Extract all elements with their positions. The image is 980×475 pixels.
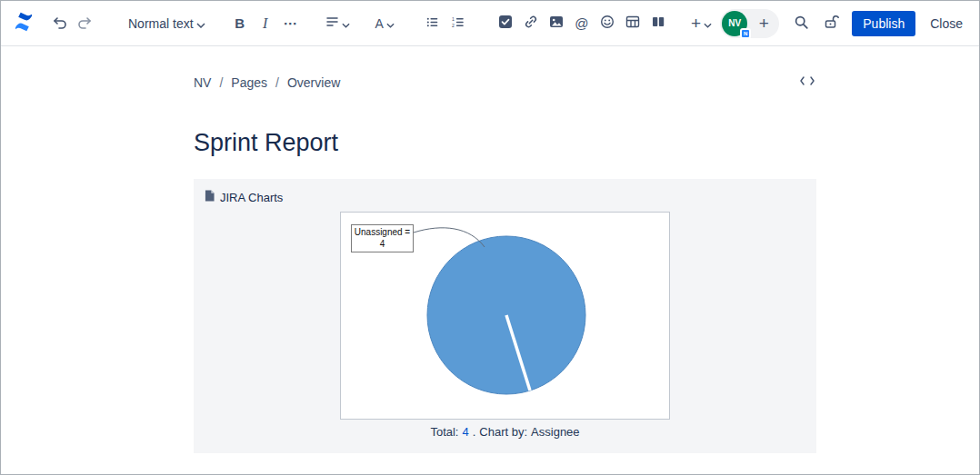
avatar-badge: N <box>740 28 751 39</box>
breadcrumb-item-pages[interactable]: Pages <box>231 75 267 90</box>
breadcrumb-row: NV / Pages / Overview <box>194 74 816 91</box>
image-icon <box>549 15 564 32</box>
svg-text:2: 2 <box>452 23 455 28</box>
svg-text:1: 1 <box>452 15 455 21</box>
mention-icon: @ <box>575 15 588 31</box>
unlock-button[interactable] <box>819 10 845 37</box>
link-button[interactable] <box>518 10 544 37</box>
search-icon <box>794 15 809 33</box>
search-button[interactable] <box>788 10 814 37</box>
add-people-button[interactable]: + <box>751 13 776 35</box>
task-checkbox-icon <box>498 15 513 32</box>
chevron-down-icon <box>704 16 712 31</box>
numbered-list-button[interactable]: 1 2 <box>445 10 471 37</box>
redo-icon <box>77 15 93 32</box>
caption-separator: . <box>473 425 476 439</box>
toolbar-left-group: Normal text B I ⋯ A <box>10 10 715 37</box>
confluence-editor-window: Normal text B I ⋯ A <box>0 0 980 475</box>
align-text-icon <box>325 15 339 31</box>
chart-by-label: Chart by: <box>479 425 527 439</box>
emoji-icon <box>600 15 615 32</box>
avatar-initials: NV <box>728 18 741 28</box>
text-style-dropdown[interactable]: Normal text <box>125 10 209 37</box>
chart-by-value: Assignee <box>531 425 579 439</box>
page-title[interactable]: Sprint Report <box>194 129 816 157</box>
more-formatting-button[interactable]: ⋯ <box>278 10 304 37</box>
plus-icon: + <box>691 15 701 32</box>
close-button[interactable]: Close <box>925 11 968 36</box>
document-icon <box>205 190 215 204</box>
text-style-label: Normal text <box>128 16 194 31</box>
mention-button[interactable]: @ <box>569 10 595 37</box>
undo-icon <box>52 15 67 32</box>
jira-charts-macro[interactable]: JIRA Charts Unassigned = 4 Total: 4 <box>194 179 816 453</box>
numbered-list-icon: 1 2 <box>451 15 465 32</box>
breadcrumb-separator: / <box>275 75 279 90</box>
unlock-icon <box>824 14 840 33</box>
layouts-button[interactable] <box>645 10 671 37</box>
table-icon <box>625 15 640 32</box>
chart-caption: Total: 4 . Chart by: Assignee <box>205 425 805 439</box>
confluence-logo-icon <box>14 12 34 35</box>
confluence-logo[interactable] <box>10 10 37 37</box>
expand-width-icon <box>800 75 815 89</box>
alignment-dropdown[interactable] <box>322 10 354 37</box>
italic-button[interactable]: I <box>253 10 278 37</box>
total-value: 4 <box>462 425 468 439</box>
macro-header: JIRA Charts <box>205 190 805 204</box>
page-column: NV / Pages / Overview Sprint Report <box>194 46 816 453</box>
breadcrumb: NV / Pages / Overview <box>194 75 340 90</box>
bold-button[interactable]: B <box>227 10 253 37</box>
total-label: Total: <box>430 425 458 439</box>
emoji-button[interactable] <box>595 10 620 37</box>
toolbar-right-group: NV N + <box>720 9 968 38</box>
undo-button[interactable] <box>46 10 72 37</box>
bullet-list-icon <box>425 15 439 32</box>
link-icon <box>524 15 538 32</box>
user-avatar[interactable]: NV N <box>722 11 747 36</box>
table-button[interactable] <box>620 10 645 37</box>
editor-toolbar: Normal text B I ⋯ A <box>1 1 979 46</box>
plus-icon: + <box>759 15 769 32</box>
text-color-dropdown[interactable]: A <box>372 10 398 37</box>
chart-panel: Unassigned = 4 <box>340 212 670 420</box>
collaborators-group: NV N + <box>720 9 779 38</box>
editor-content: NV / Pages / Overview Sprint Report <box>1 46 979 474</box>
macro-title: JIRA Charts <box>220 191 283 204</box>
chevron-down-icon <box>386 16 395 31</box>
layouts-icon <box>651 15 665 32</box>
chevron-down-icon <box>342 16 350 31</box>
pie-label-line2: 4 <box>353 239 412 251</box>
text-color-label: A <box>375 16 384 31</box>
bullet-list-button[interactable] <box>420 10 445 37</box>
insert-dropdown[interactable]: + <box>687 10 715 37</box>
expand-width-button[interactable] <box>798 74 816 91</box>
chevron-down-icon <box>196 16 205 31</box>
breadcrumb-item-nv[interactable]: NV <box>194 75 211 90</box>
breadcrumb-item-overview[interactable]: Overview <box>287 75 340 90</box>
task-list-button[interactable] <box>493 10 518 37</box>
media-button[interactable] <box>544 10 569 37</box>
redo-button[interactable] <box>72 10 97 37</box>
breadcrumb-separator: / <box>219 75 223 90</box>
pie-label-box: Unassigned = 4 <box>351 224 414 252</box>
publish-button[interactable]: Publish <box>852 11 915 36</box>
pie-label-line1: Unassigned = <box>353 227 412 239</box>
